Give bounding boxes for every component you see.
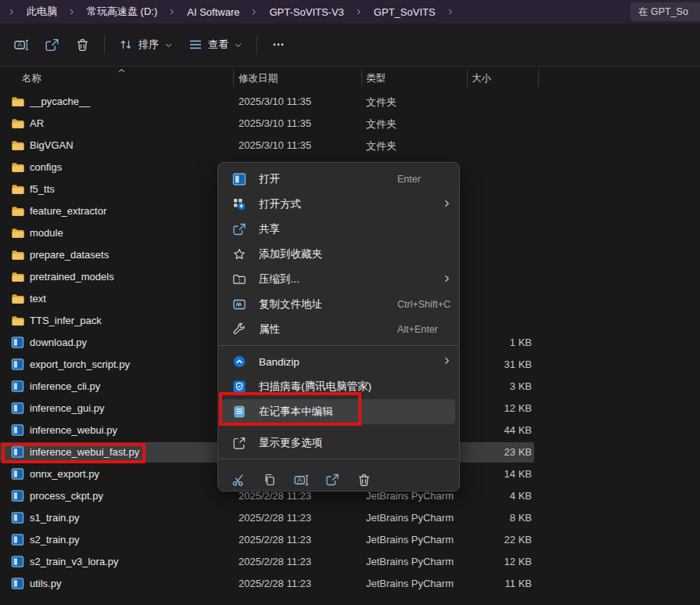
- rename-button[interactable]: A: [288, 466, 314, 493]
- svg-text:A: A: [17, 41, 22, 49]
- file-name: inference_webui.py: [30, 424, 117, 436]
- file-size: 12 KB: [467, 402, 532, 414]
- chevron-right-icon: [66, 8, 77, 16]
- file-row[interactable]: s2_train.py2025/2/28 11:23JetBrains PyCh…: [0, 529, 700, 551]
- python-file-icon: [11, 511, 24, 524]
- file-type: JetBrains PyCharm: [366, 534, 454, 546]
- breadcrumb-item[interactable]: 此电脑: [20, 3, 63, 20]
- file-date: 2025/3/10 11:35: [239, 139, 311, 151]
- file-type: JetBrains PyCharm: [366, 556, 454, 567]
- context-menu-item[interactable]: 打开Enter: [222, 167, 455, 192]
- copy-path-icon: [232, 297, 246, 312]
- menu-item-label: 共享: [259, 222, 280, 236]
- menu-separator: [219, 459, 458, 459]
- breadcrumb-item[interactable]: 常玩高速盘 (D:): [81, 3, 163, 20]
- file-row[interactable]: s1_train.py2025/2/28 11:23JetBrains PyCh…: [0, 507, 700, 529]
- column-header-size[interactable]: 大小: [472, 72, 491, 85]
- breadcrumb-item[interactable]: GPT_SoVITS: [368, 5, 442, 20]
- file-size: 23 KB: [467, 446, 532, 458]
- file-name: s2_train.py: [30, 534, 80, 546]
- file-name: onnx_export.py: [30, 468, 99, 480]
- more-options-button[interactable]: [264, 31, 293, 59]
- toolbar: A 排序 查看: [0, 23, 700, 67]
- file-size: 44 KB: [467, 424, 532, 436]
- delete-button[interactable]: [67, 31, 98, 59]
- share-icon: [45, 38, 59, 52]
- column-headers: 名称 修改日期 类型 大小: [0, 67, 700, 90]
- file-name: feature_extractor: [30, 205, 106, 217]
- file-size: 1 KB: [467, 337, 532, 348]
- share-button[interactable]: [37, 31, 67, 59]
- breadcrumb-item[interactable]: AI Software: [181, 5, 246, 20]
- column-divider[interactable]: [233, 70, 234, 87]
- menu-item-label: 打开: [259, 172, 280, 186]
- file-row[interactable]: AR2025/3/10 11:35文件夹: [0, 113, 700, 135]
- file-size: 11 KB: [467, 578, 532, 589]
- favorite-star-icon: [232, 247, 246, 261]
- file-date: 2025/2/28 11:23: [239, 578, 311, 589]
- context-menu-item[interactable]: 复制文件地址Ctrl+Shift+C: [222, 292, 455, 317]
- menu-item-shortcut: Alt+Enter: [397, 324, 438, 335]
- context-menu-item[interactable]: 共享: [222, 217, 455, 242]
- context-menu-item[interactable]: 属性Alt+Enter: [222, 317, 455, 342]
- search-input[interactable]: 在 GPT_So: [638, 5, 688, 19]
- context-menu-item[interactable]: 打开方式: [222, 192, 455, 217]
- view-button[interactable]: 查看: [181, 31, 250, 59]
- show-more-options-icon: [232, 436, 246, 450]
- folder-icon: [11, 248, 25, 262]
- python-file-icon: [11, 467, 24, 481]
- column-divider[interactable]: [361, 70, 362, 87]
- chevron-right-icon: [442, 199, 451, 211]
- cut-button[interactable]: [225, 466, 252, 493]
- delete-button[interactable]: [350, 466, 377, 493]
- column-divider[interactable]: [467, 70, 468, 87]
- file-name: download.py: [30, 337, 87, 348]
- file-name: prepare_datasets: [30, 249, 109, 261]
- menu-item-label: 显示更多选项: [259, 436, 322, 450]
- view-label: 查看: [208, 38, 228, 52]
- cut-icon: [232, 473, 246, 488]
- column-header-name[interactable]: 名称: [22, 72, 41, 85]
- file-type: 文件夹: [366, 139, 397, 153]
- file-name: export_torch_script.py: [30, 358, 130, 370]
- python-file-icon: [11, 423, 24, 437]
- copy-button[interactable]: [257, 466, 283, 493]
- search-box[interactable]: 在 GPT_So: [630, 2, 700, 21]
- column-header-date[interactable]: 修改日期: [239, 72, 278, 85]
- svg-text:A: A: [297, 476, 302, 484]
- context-menu-item[interactable]: 显示更多选项: [222, 430, 455, 456]
- chevron-right-icon: [442, 274, 451, 286]
- file-date: 2025/2/28 11:23: [239, 556, 311, 567]
- sort-button[interactable]: 排序: [111, 31, 181, 59]
- delete-icon: [75, 38, 90, 52]
- share-button[interactable]: [319, 466, 346, 493]
- file-row[interactable]: __pycache__2025/3/10 11:35文件夹: [0, 91, 700, 113]
- folder-icon: [11, 95, 25, 109]
- python-file-icon: [11, 489, 24, 502]
- file-type: 文件夹: [366, 117, 397, 131]
- rename-icon: A: [14, 38, 29, 52]
- file-row[interactable]: BigVGAN2025/3/10 11:35文件夹: [0, 135, 700, 157]
- file-name: inference_cli.py: [30, 380, 100, 392]
- file-size: 4 KB: [467, 490, 532, 502]
- context-menu: 打开Enter打开方式共享添加到收藏夹压缩到...复制文件地址Ctrl+Shif…: [217, 162, 460, 492]
- python-file-icon: [11, 577, 24, 590]
- file-row[interactable]: s2_train_v3_lora.py2025/2/28 11:23JetBra…: [0, 551, 700, 573]
- annotation-box-menu-item: [219, 392, 361, 426]
- column-divider[interactable]: [538, 70, 539, 87]
- folder-icon: [11, 204, 25, 218]
- rename-button[interactable]: A: [6, 31, 37, 59]
- context-menu-item[interactable]: 添加到收藏夹: [222, 242, 455, 267]
- open-icon: [232, 172, 246, 186]
- column-header-type[interactable]: 类型: [366, 72, 386, 85]
- toolbar-divider: [104, 35, 105, 54]
- context-menu-item[interactable]: Bandizip: [222, 349, 455, 374]
- file-row[interactable]: utils.py2025/2/28 11:23JetBrains PyCharm…: [0, 573, 700, 595]
- menu-item-label: 添加到收藏夹: [259, 247, 322, 261]
- context-menu-item[interactable]: 压缩到...: [222, 267, 455, 292]
- file-name: utils.py: [30, 578, 61, 589]
- menu-item-label: 压缩到...: [259, 272, 300, 286]
- file-size: 3 KB: [467, 380, 532, 392]
- menu-item-label: 属性: [259, 322, 280, 337]
- breadcrumb-item[interactable]: GPT-SoVITS-V3: [263, 5, 350, 20]
